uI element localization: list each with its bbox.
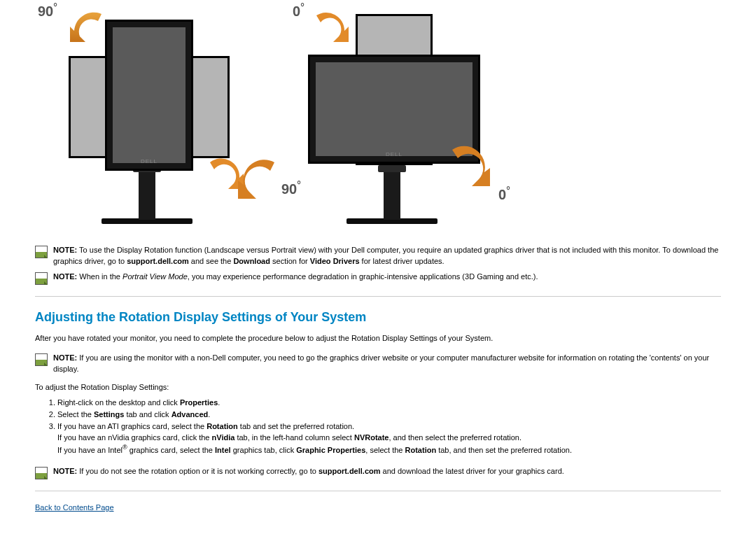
note-portrait-perf: NOTE: When in the Portrait View Mode, yo… [35,272,721,285]
step-3: If you have an ATI graphics card, select… [57,421,721,456]
note-icon [35,353,48,366]
step-1: Right-click on the desktop and click Pro… [57,398,721,409]
back-to-contents-link[interactable]: Back to Contents Page [35,503,114,512]
arrow-ccw-lower-icon [231,153,287,205]
figure-90deg: 90 DELL 90 [35,0,238,231]
note-icon [35,246,48,258]
label-90-top: 90 [38,0,57,22]
arrow-cw-lower-icon [441,140,497,192]
section-heading: Adjusting the Rotation Display Settings … [35,308,721,326]
figure-0deg: 0 DELL 0 [280,0,483,231]
note-text: NOTE: When in the Portrait View Mode, yo… [53,272,721,283]
dell-logo: DELL [141,157,158,166]
rotation-figures: 90 DELL 90 0 [35,0,721,231]
divider [35,491,721,491]
label-0-top: 0 [293,0,304,22]
steps-intro: To adjust the Rotation Display Settings: [35,382,721,393]
note-icon [35,272,48,285]
note-text: NOTE: To use the Display Rotation functi… [53,245,721,267]
arrow-cw-top-icon [309,6,351,44]
note-text: NOTE: If you are using the monitor with … [53,353,721,375]
label-0-bottom: 0 [498,183,510,205]
note-driver-required: NOTE: To use the Display Rotation functi… [35,245,721,267]
steps-list: Right-click on the desktop and click Pro… [35,398,721,456]
back-link-row: Back to Contents Page [35,503,721,514]
note-text: NOTE: If you do not see the rotation opt… [53,466,721,477]
note-non-dell: NOTE: If you are using the monitor with … [35,353,721,375]
dell-logo-2: DELL [386,150,402,159]
note-missing-option: NOTE: If you do not see the rotation opt… [35,466,721,479]
intro-text: After you have rotated your monitor, you… [35,333,721,344]
divider [35,296,721,297]
step-2: Select the Settings tab and click Advanc… [57,409,721,421]
note-icon [35,467,48,479]
